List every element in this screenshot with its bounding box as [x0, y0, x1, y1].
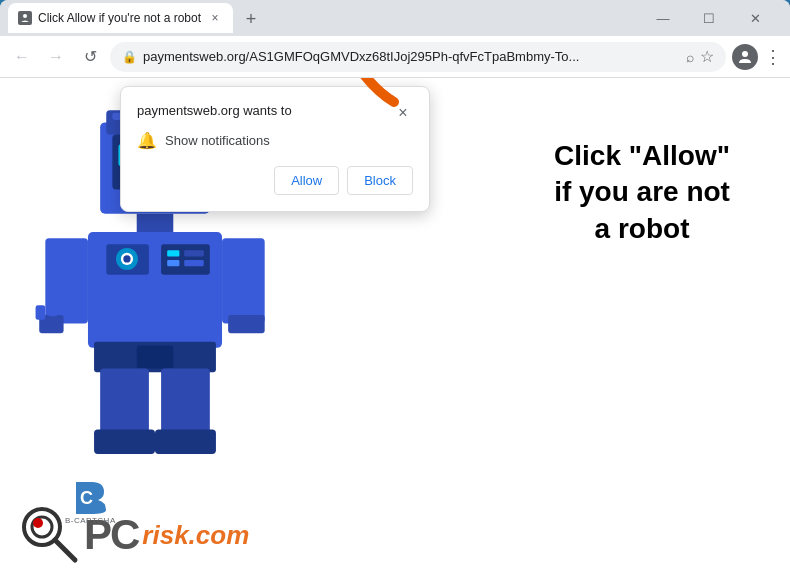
click-allow-line2: if you are not: [554, 174, 730, 210]
popup-notification-row: 🔔 Show notifications: [137, 131, 413, 150]
popup-buttons: Allow Block: [137, 166, 413, 195]
click-allow-line1: Click "Allow": [554, 138, 730, 174]
page-background: Click "Allow" if you are not a robot: [0, 78, 790, 585]
click-allow-text: Click "Allow" if you are not a robot: [554, 138, 730, 247]
orange-arrow: [329, 78, 409, 111]
bell-icon: 🔔: [137, 131, 157, 150]
svg-rect-37: [48, 299, 58, 316]
svg-rect-17: [137, 214, 174, 232]
tab-favicon: [18, 11, 32, 25]
svg-point-22: [123, 255, 130, 262]
svg-rect-29: [137, 345, 174, 368]
active-tab[interactable]: Click Allow if you're not a robot ×: [8, 3, 233, 33]
svg-rect-36: [36, 305, 46, 320]
toolbar: ← → ↺ 🔒 paymentsweb.org/AS1GMFOqGMVDxz68…: [0, 36, 790, 78]
svg-rect-32: [94, 430, 155, 454]
forward-button[interactable]: →: [42, 43, 70, 71]
svg-rect-30: [100, 369, 149, 436]
svg-point-1: [23, 14, 27, 18]
profile-button[interactable]: [732, 44, 758, 70]
svg-line-46: [55, 540, 75, 560]
risk-text: risk.com: [142, 520, 249, 551]
popup-notification-text: Show notifications: [165, 133, 270, 148]
svg-rect-27: [184, 260, 204, 266]
svg-point-45: [33, 518, 43, 528]
menu-button[interactable]: ⋮: [764, 46, 782, 68]
bottom-logos: PC risk.com: [20, 505, 249, 565]
tab-strip: Click Allow if you're not a robot × +: [8, 3, 632, 33]
svg-rect-39: [228, 315, 265, 333]
close-button[interactable]: ✕: [732, 2, 778, 34]
svg-rect-25: [167, 260, 179, 266]
reload-button[interactable]: ↺: [76, 43, 104, 71]
svg-rect-31: [161, 369, 210, 436]
svg-rect-23: [161, 244, 210, 274]
popup-title: paymentsweb.org wants to: [137, 103, 292, 118]
captcha-logo-area: PC risk.com: [20, 505, 249, 565]
svg-rect-24: [167, 250, 179, 256]
maximize-button[interactable]: ☐: [686, 2, 732, 34]
new-tab-button[interactable]: +: [237, 5, 265, 33]
svg-point-2: [742, 51, 748, 57]
bcaptcha-label: B-CAPTCHA: [65, 516, 116, 525]
window-controls: — ☐ ✕: [636, 0, 782, 36]
lock-icon: 🔒: [122, 50, 137, 64]
tab-close-button[interactable]: ×: [207, 10, 223, 26]
notification-popup: paymentsweb.org wants to × 🔔 Show notifi…: [120, 86, 430, 212]
svg-rect-38: [222, 238, 265, 323]
back-button[interactable]: ←: [8, 43, 36, 71]
address-text: paymentsweb.org/AS1GMFOqGMVDxz68tIJoj295…: [143, 49, 680, 64]
svg-rect-33: [155, 430, 216, 454]
browser-window: Click Allow if you're not a robot × + — …: [0, 0, 790, 585]
svg-rect-26: [184, 250, 204, 256]
tab-title: Click Allow if you're not a robot: [38, 11, 201, 25]
bcaptcha-icon: C: [72, 478, 108, 514]
title-bar: Click Allow if you're not a robot × + — …: [0, 0, 790, 36]
page-content: Click "Allow" if you are not a robot: [0, 78, 790, 585]
block-button[interactable]: Block: [347, 166, 413, 195]
bookmark-icon[interactable]: ☆: [700, 47, 714, 66]
svg-text:C: C: [80, 488, 93, 508]
search-icon: ⌕: [686, 49, 694, 65]
bcaptcha-logo: C B-CAPTCHA: [65, 478, 116, 525]
address-bar[interactable]: 🔒 paymentsweb.org/AS1GMFOqGMVDxz68tIJoj2…: [110, 42, 726, 72]
minimize-button[interactable]: —: [640, 2, 686, 34]
allow-button[interactable]: Allow: [274, 166, 339, 195]
click-allow-line3: a robot: [554, 211, 730, 247]
